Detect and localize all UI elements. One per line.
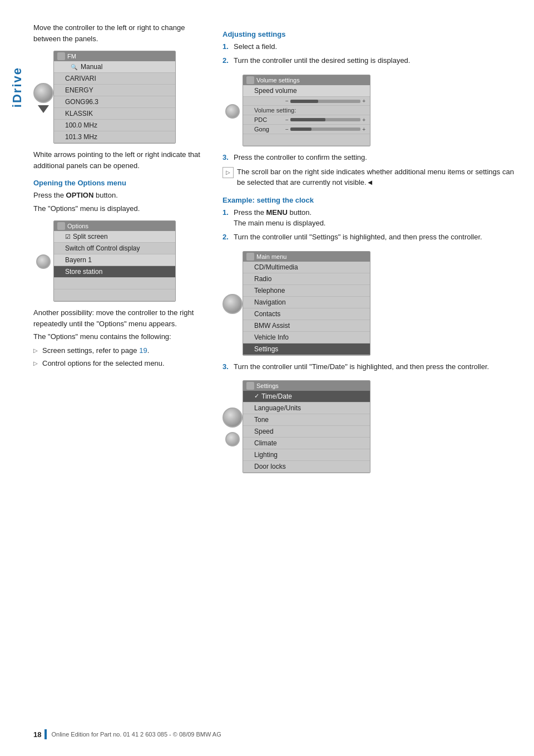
slider-fill-pdc xyxy=(290,118,325,121)
fm-row-energy: ENERGY xyxy=(54,85,175,96)
adjusting-step-1: 1. Select a field. xyxy=(222,41,517,52)
settings-row-lang: Language/Units xyxy=(243,402,370,414)
settings-row-tone: Tone xyxy=(243,414,370,426)
options-para2: The "Options" menu is displayed. xyxy=(33,203,206,214)
options-screen: Options ☑ Split screen Switch off Contro… xyxy=(53,220,176,302)
options-bullets: Screen settings, refer to page 19. Contr… xyxy=(33,345,206,369)
options-titlebar: Options xyxy=(54,221,175,231)
fm-row-klassik: KLASSIK xyxy=(54,108,175,120)
slider-minus-0: − xyxy=(285,98,289,104)
another-pos-text: Another possibility: move the controller… xyxy=(33,307,206,329)
settings-row-time: ✓ Time/Date xyxy=(243,391,370,402)
bullet-text-1: Control options for the selected menu. xyxy=(42,358,165,369)
fm-row-101mhz: 101.3 MHz xyxy=(54,131,175,143)
options-heading: Opening the Options menu xyxy=(33,179,206,187)
clock-step-num-2: 2. xyxy=(222,232,230,243)
options-screen-body: ☑ Split screen Switch off Control displa… xyxy=(54,231,175,301)
clock-step-text-3: Turn the controller until "Time/Date" is… xyxy=(234,361,489,372)
vol-screen-container: Volume settings Speed volume − xyxy=(222,70,517,152)
main-menu-screen-body: CD/Multimedia Radio Telephone Navigation… xyxy=(243,262,370,355)
arrow-down-icon xyxy=(38,105,49,113)
fm-title-text: FM xyxy=(67,53,76,60)
clock-step-3: 3. Turn the controller until "Time/Date"… xyxy=(222,361,517,372)
menu-row-telephone: Telephone xyxy=(243,285,370,297)
adjusting-step-3: 3. Press the controller to confirm the s… xyxy=(222,152,517,163)
clock-step-text-1: Press the MENU button.The main menu is d… xyxy=(234,207,325,229)
adjusting-step-2: 2. Turn the controller until the desired… xyxy=(222,55,517,66)
options-row-split: ☑ Split screen xyxy=(54,231,175,243)
white-arrows-text: White arrows pointing to the left or rig… xyxy=(33,149,206,171)
vol-icon xyxy=(246,76,254,84)
clock-step-2: 2. Turn the controller until "Settings" … xyxy=(222,232,517,243)
controller-knob-fm xyxy=(33,83,53,103)
options-row-empty2 xyxy=(54,289,175,301)
slider-fill-0 xyxy=(290,100,319,103)
clock-steps: 1. Press the MENU button.The main menu i… xyxy=(222,207,517,243)
slider-track-0 xyxy=(290,100,360,103)
slider-label-pdc: PDC xyxy=(254,116,282,123)
fm-row-manual: 🔍 Manual xyxy=(54,61,175,73)
fm-row-carivari: CARIVARI xyxy=(54,73,175,85)
vol-screen: Volume settings Speed volume − xyxy=(243,75,370,146)
controller-knob-settings-small xyxy=(225,432,240,446)
controller-knob-options xyxy=(36,254,51,269)
settings-screen-left-control xyxy=(222,376,243,479)
step-num-1: 1. xyxy=(222,41,230,52)
vol-pdc-slider: PDC − + xyxy=(243,115,370,125)
fm-row-100mhz: 100.0 MHz xyxy=(54,120,175,131)
step-text-1: Select a field. xyxy=(234,41,277,52)
page-footer: 18 Online Edition for Part no. 01 41 2 6… xyxy=(33,729,517,739)
settings-titlebar: Settings xyxy=(243,381,370,391)
menu-row-contacts: Contacts xyxy=(243,308,370,320)
settings-row-lighting: Lighting xyxy=(243,449,370,461)
controller-knob-settings xyxy=(222,408,243,428)
fm-titlebar: FM xyxy=(54,51,175,61)
slider-track-gong xyxy=(290,127,360,131)
menu-row-vehicle: Vehicle Info xyxy=(243,332,370,343)
main-menu-title-text: Main menu xyxy=(256,253,286,260)
search-icon-small: 🔍 xyxy=(71,64,77,70)
options-row-switch-off: Switch off Control display xyxy=(54,243,175,254)
options-row-bayern: Bayern 1 xyxy=(54,254,175,266)
menu-row-settings: Settings xyxy=(243,343,370,355)
slider-bar-pdc: − + xyxy=(285,117,365,123)
slider-plus-0: + xyxy=(362,98,365,104)
bullet-item-1: Control options for the selected menu. xyxy=(33,358,206,369)
options-title-text: Options xyxy=(67,223,88,229)
vol-setting-label: Volume setting: xyxy=(243,106,370,115)
main-menu-titlebar: Main menu xyxy=(243,252,370,262)
slider-plus-gong: + xyxy=(362,126,365,132)
main-menu-screen: Main menu CD/Multimedia Radio Telephone … xyxy=(243,251,370,356)
step-num-2: 2. xyxy=(222,55,230,66)
step-text-2: Turn the controller until the desired se… xyxy=(234,55,410,66)
slider-bar-0: − + xyxy=(285,98,365,104)
main-menu-left-control xyxy=(222,247,243,361)
settings-screen-container: Settings ✓ Time/Date Language/Units Tone… xyxy=(222,376,517,479)
main-menu-screen-container: Main menu CD/Multimedia Radio Telephone … xyxy=(222,247,517,361)
options-para1: Press the OPTION button. xyxy=(33,190,206,201)
left-column: Move the controller to the left or right… xyxy=(33,22,206,479)
contains-text: The "Options" menu contains the followin… xyxy=(33,331,206,342)
clock-heading: Example: setting the clock xyxy=(222,196,517,204)
right-column: Adjusting settings 1. Select a field. 2.… xyxy=(222,22,517,479)
slider-minus-gong: − xyxy=(285,126,289,132)
settings-row-climate: Climate xyxy=(243,438,370,449)
controller-knob-vol xyxy=(225,104,240,119)
clock-step-1: 1. Press the MENU button.The main menu i… xyxy=(222,207,517,229)
adjusting-step3-list: 3. Press the controller to confirm the s… xyxy=(222,152,517,163)
step-num-3: 3. xyxy=(222,152,230,163)
vol-empty-1 xyxy=(243,134,370,146)
clock-step-num-3: 3. xyxy=(222,361,230,372)
bullet-text-0: Screen settings, refer to page 19. xyxy=(42,345,149,356)
vol-title-text: Volume settings xyxy=(256,77,300,84)
page-link[interactable]: 19 xyxy=(139,346,147,355)
check-icon-time: ✓ xyxy=(254,392,259,400)
sidebar-label: iDrive xyxy=(10,67,24,107)
controller-knob-menu xyxy=(222,294,243,314)
fm-icon xyxy=(57,52,65,60)
scroll-indicator-icon xyxy=(222,167,234,178)
fm-screen-left-control xyxy=(33,46,53,149)
adjusting-steps: 1. Select a field. 2. Turn the controlle… xyxy=(222,41,517,66)
options-screen-container: Options ☑ Split screen Switch off Contro… xyxy=(33,216,206,307)
scroll-note-text: The scroll bar on the right side indicat… xyxy=(237,166,517,188)
